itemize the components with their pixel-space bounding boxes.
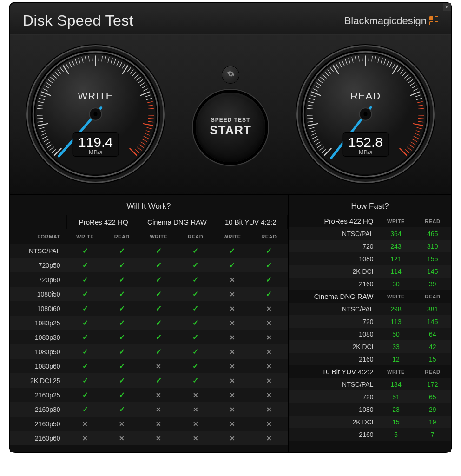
write-value: 119.4 bbox=[78, 134, 113, 150]
read-gauge: READ 152.8 MB/s bbox=[295, 43, 436, 185]
table-row: 720p60✓✓✓✓✕✓ bbox=[10, 272, 288, 287]
svg-line-47 bbox=[99, 56, 99, 61]
table-row: 1080p60✓✓✕✓✕✕ bbox=[10, 359, 288, 373]
will-it-work-table: ProRes 422 HQCinema DNG RAW10 Bit YUV 4:… bbox=[10, 215, 288, 445]
table-row: 7205165 bbox=[289, 390, 451, 403]
brand-squares-icon bbox=[429, 16, 438, 25]
how-fast-table: ProRes 422 HQWRITEREADNTSC/PAL3644657202… bbox=[289, 215, 451, 441]
table-row: 1080i50✓✓✓✓✕✓ bbox=[10, 287, 288, 301]
will-it-work-title: Will It Work? bbox=[10, 199, 288, 215]
table-row: 720p50✓✓✓✓✓✓ bbox=[10, 258, 288, 272]
brand-logo: Blackmagicdesign bbox=[344, 15, 438, 27]
write-gauge-label: WRITE bbox=[78, 90, 113, 102]
table-row: 21601215 bbox=[289, 353, 451, 365]
read-value: 152.8 bbox=[348, 134, 383, 150]
table-row: NTSC/PAL364465 bbox=[289, 227, 451, 240]
svg-line-138 bbox=[369, 56, 369, 61]
brand-text: Blackmagicdesign bbox=[344, 15, 427, 27]
app-window: ✕ Disk Speed Test Blackmagicdesign WRITE… bbox=[10, 3, 451, 452]
table-row: 2K DCI114145 bbox=[289, 265, 451, 278]
svg-line-45 bbox=[92, 56, 92, 61]
table-row: 2160p30✓✓✕✕✕✕ bbox=[10, 402, 288, 416]
close-button[interactable]: ✕ bbox=[443, 3, 451, 11]
table-row: 1080p30✓✓✓✓✕✕ bbox=[10, 330, 288, 344]
table-row: 720113145 bbox=[289, 315, 451, 328]
table-row: 2160p25✓✓✕✕✕✕ bbox=[10, 388, 288, 402]
table-row: 21603039 bbox=[289, 278, 451, 290]
table-row: 10802329 bbox=[289, 403, 451, 416]
table-row: 1080i60✓✓✓✓✕✕ bbox=[10, 301, 288, 316]
gauge-area: WRITE 119.4 MB/s SPEED TEST START READ 1… bbox=[10, 35, 451, 194]
write-value-box: 119.4 MB/s bbox=[72, 132, 119, 157]
read-gauge-label: READ bbox=[350, 90, 381, 102]
how-fast-panel: How Fast? ProRes 422 HQWRITEREADNTSC/PAL… bbox=[289, 195, 451, 452]
table-row: 2160p50✕✕✕✕✕✕ bbox=[10, 416, 288, 431]
settings-button[interactable] bbox=[222, 66, 239, 83]
read-value-box: 152.8 MB/s bbox=[342, 132, 389, 157]
table-row: 1080p25✓✓✓✓✕✕ bbox=[10, 316, 288, 330]
table-row: 10805064 bbox=[289, 328, 451, 340]
how-fast-title: How Fast? bbox=[289, 199, 451, 215]
gear-icon bbox=[227, 70, 235, 79]
table-row: 2K DCI1519 bbox=[289, 416, 451, 428]
svg-point-90 bbox=[93, 112, 97, 116]
start-button-top-label: SPEED TEST bbox=[211, 117, 250, 123]
will-it-work-panel: Will It Work? ProRes 422 HQCinema DNG RA… bbox=[10, 195, 289, 452]
header: Disk Speed Test Blackmagicdesign bbox=[10, 3, 451, 35]
app-title: Disk Speed Test bbox=[23, 12, 133, 29]
svg-point-181 bbox=[363, 112, 367, 116]
svg-line-136 bbox=[362, 56, 362, 61]
write-gauge: WRITE 119.4 MB/s bbox=[25, 43, 166, 185]
table-row: NTSC/PAL134172 bbox=[289, 378, 451, 390]
table-row: NTSC/PAL298381 bbox=[289, 303, 451, 315]
results-panels: Will It Work? ProRes 422 HQCinema DNG RA… bbox=[10, 194, 451, 452]
table-row: 2K DCI3342 bbox=[289, 340, 451, 353]
table-row: 216057 bbox=[289, 428, 451, 441]
table-row: 720243310 bbox=[289, 240, 451, 252]
table-row: 2160p60✕✕✕✕✕✕ bbox=[10, 431, 288, 445]
table-row: NTSC/PAL✓✓✓✓✓✓ bbox=[10, 244, 288, 258]
start-button-main-label: START bbox=[210, 123, 251, 138]
table-row: 1080p50✓✓✓✓✕✕ bbox=[10, 344, 288, 359]
start-button[interactable]: SPEED TEST START bbox=[196, 93, 265, 162]
table-row: 1080121155 bbox=[289, 252, 451, 265]
table-row: 2K DCI 25✓✓✓✓✕✕ bbox=[10, 373, 288, 388]
